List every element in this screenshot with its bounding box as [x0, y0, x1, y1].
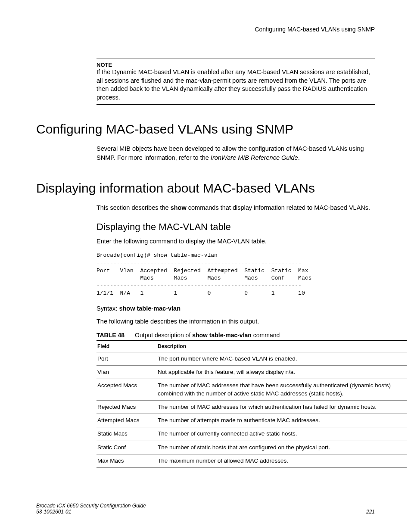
section1-body: Several MIB objects have been developed … — [97, 144, 375, 162]
table-caption-pre: Output description of — [135, 332, 192, 339]
table-number: TABLE 48 — [97, 332, 125, 339]
footer-left: Brocade ICX 6650 Security Configuration … — [36, 503, 146, 515]
syntax-line: Syntax: show table-mac-vlan — [97, 305, 375, 312]
sub1-followup-text: The following table describes the inform… — [97, 317, 375, 326]
page-footer: Brocade ICX 6650 Security Configuration … — [36, 503, 375, 515]
cell-desc: Not applicable for this feature, will al… — [157, 366, 407, 379]
cell-desc: The number of static hosts that are conf… — [157, 441, 407, 454]
section2-intro: This section describes the show commands… — [97, 203, 375, 212]
syntax-command: show table-mac-vlan — [119, 305, 181, 312]
cell-desc: The number of currently connected active… — [157, 427, 407, 441]
cell-desc: The number of MAC addresses that have be… — [157, 379, 407, 400]
table-caption: TABLE 48Output description of show table… — [97, 332, 375, 339]
note-block: NOTE If the Dynamic MAC-based VLAN is en… — [97, 59, 375, 105]
cell-field: Port — [97, 352, 157, 366]
cell-field: Static Conf — [97, 441, 157, 454]
table-row: Attempted Macs The number of attempts ma… — [97, 414, 407, 427]
note-body: If the Dynamic MAC-based VLAN is enabled… — [97, 68, 375, 102]
page: Configuring MAC-based VLANs using SNMP N… — [0, 0, 411, 532]
cell-desc: The number of attempts made to authentic… — [157, 414, 407, 427]
th-field: Field — [97, 341, 157, 352]
cell-field: Rejected Macs — [97, 400, 157, 414]
table-row: Vlan Not applicable for this feature, wi… — [97, 366, 407, 379]
cell-field: Max Macs — [97, 454, 157, 467]
note-rule-bottom — [97, 104, 375, 105]
table-row: Port The port number where MAC-based VLA… — [97, 352, 407, 366]
section2-intro-post: commands that display information relate… — [187, 204, 370, 211]
table-row: Max Macs The maximum number of allowed M… — [97, 454, 407, 467]
footer-docnum: 53-1002601-01 — [36, 509, 146, 515]
cli-output: Brocade(config)# show table-mac-vlan ---… — [97, 252, 375, 297]
cell-desc: The number of MAC addresses for which au… — [157, 400, 407, 414]
table-row: Static Conf The number of static hosts t… — [97, 441, 407, 454]
syntax-label: Syntax: — [97, 305, 119, 312]
footer-page-number: 221 — [366, 509, 375, 515]
section2-intro-bold: show — [171, 204, 187, 211]
table-caption-post: command — [252, 332, 280, 339]
cell-field: Static Macs — [97, 427, 157, 441]
cell-field: Attempted Macs — [97, 414, 157, 427]
output-description-table: Field Description Port The port number w… — [97, 340, 407, 468]
section1-para-italic: IronWare MIB Reference Guide — [211, 154, 298, 161]
note-rule-top — [97, 59, 375, 59]
cell-field: Vlan — [97, 366, 157, 379]
th-description: Description — [157, 341, 407, 352]
heading-configuring-snmp: Configuring MAC-based VLANs using SNMP — [36, 122, 375, 137]
table-header-row: Field Description — [97, 341, 407, 352]
sub1-lead: Enter the following command to display t… — [97, 237, 375, 246]
section1-para-post: . — [298, 154, 300, 161]
note-label: NOTE — [97, 62, 375, 68]
cell-field: Accepted Macs — [97, 379, 157, 400]
running-header: Configuring MAC-based VLANs using SNMP — [36, 26, 375, 33]
cell-desc: The maximum number of allowed MAC addres… — [157, 454, 407, 467]
sub1-followup: The following table describes the inform… — [97, 317, 375, 326]
section2-intro-pre: This section describes the — [97, 204, 171, 211]
table-row: Rejected Macs The number of MAC addresse… — [97, 400, 407, 414]
cell-desc: The port number where MAC-based VLAN is … — [157, 352, 407, 366]
footer-title: Brocade ICX 6650 Security Configuration … — [36, 503, 146, 509]
table-row: Accepted Macs The number of MAC addresse… — [97, 379, 407, 400]
table-caption-bold: show table-mac-vlan — [192, 332, 252, 339]
sub1-lead-text: Enter the following command to display t… — [97, 237, 375, 246]
heading-displaying-info: Displaying information about MAC-based V… — [36, 181, 375, 196]
section1-paragraph: Several MIB objects have been developed … — [97, 144, 375, 162]
section2-intro-paragraph: This section describes the show commands… — [97, 203, 375, 212]
subheading-mac-vlan-table: Displaying the MAC-VLAN table — [97, 221, 375, 233]
table-row: Static Macs The number of currently conn… — [97, 427, 407, 441]
